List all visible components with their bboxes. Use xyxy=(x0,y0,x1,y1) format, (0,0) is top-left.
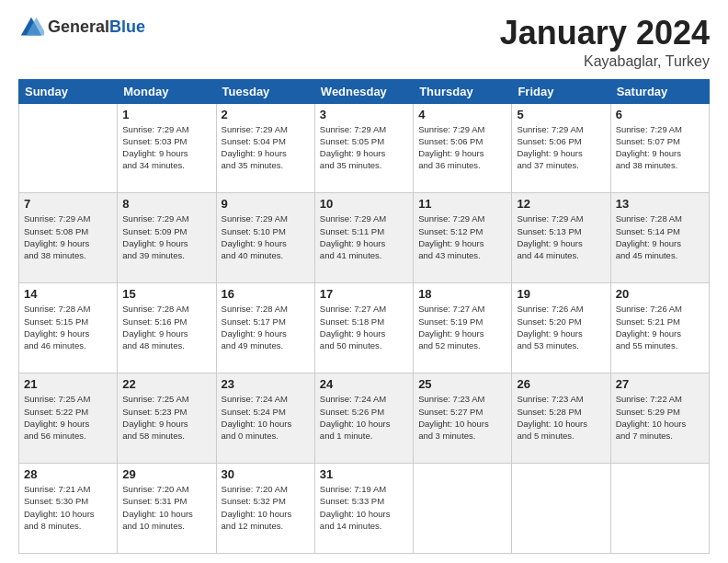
day-info: Sunrise: 7:29 AMSunset: 5:06 PMDaylight:… xyxy=(418,123,506,172)
calendar-cell: 30Sunrise: 7:20 AMSunset: 5:32 PMDayligh… xyxy=(216,464,314,554)
calendar-cell: 1Sunrise: 7:29 AMSunset: 5:03 PMDaylight… xyxy=(118,103,216,193)
day-info: Sunrise: 7:29 AMSunset: 5:03 PMDaylight:… xyxy=(122,123,210,172)
calendar-cell: 7Sunrise: 7:29 AMSunset: 5:08 PMDaylight… xyxy=(19,193,118,283)
calendar-cell: 21Sunrise: 7:25 AMSunset: 5:22 PMDayligh… xyxy=(19,373,118,464)
day-info: Sunrise: 7:21 AMSunset: 5:30 PMDaylight:… xyxy=(24,483,112,532)
calendar-cell: 6Sunrise: 7:29 AMSunset: 5:07 PMDaylight… xyxy=(610,103,709,193)
weekday-header-wednesday: Wednesday xyxy=(314,79,413,103)
day-info: Sunrise: 7:22 AMSunset: 5:29 PMDaylight:… xyxy=(616,393,704,442)
calendar-cell: 19Sunrise: 7:26 AMSunset: 5:20 PMDayligh… xyxy=(512,283,610,373)
day-number: 24 xyxy=(320,377,408,391)
calendar-table: SundayMondayTuesdayWednesdayThursdayFrid… xyxy=(18,79,710,554)
calendar-cell: 29Sunrise: 7:20 AMSunset: 5:31 PMDayligh… xyxy=(118,464,216,554)
calendar-week-row: 7Sunrise: 7:29 AMSunset: 5:08 PMDaylight… xyxy=(19,193,710,283)
day-info: Sunrise: 7:28 AMSunset: 5:17 PMDaylight:… xyxy=(222,303,310,351)
calendar-cell: 11Sunrise: 7:29 AMSunset: 5:12 PMDayligh… xyxy=(414,193,512,283)
weekday-header-row: SundayMondayTuesdayWednesdayThursdayFrid… xyxy=(19,79,710,103)
day-info: Sunrise: 7:29 AMSunset: 5:13 PMDaylight:… xyxy=(517,213,605,261)
weekday-header-sunday: Sunday xyxy=(19,79,118,103)
day-info: Sunrise: 7:29 AMSunset: 5:10 PMDaylight:… xyxy=(222,213,310,261)
day-number: 5 xyxy=(517,108,605,121)
day-info: Sunrise: 7:29 AMSunset: 5:11 PMDaylight:… xyxy=(320,213,408,261)
day-number: 26 xyxy=(517,377,605,391)
calendar-cell: 24Sunrise: 7:24 AMSunset: 5:26 PMDayligh… xyxy=(314,373,413,464)
calendar-cell: 13Sunrise: 7:28 AMSunset: 5:14 PMDayligh… xyxy=(610,193,709,283)
calendar-cell: 12Sunrise: 7:29 AMSunset: 5:13 PMDayligh… xyxy=(512,193,610,283)
day-info: Sunrise: 7:29 AMSunset: 5:05 PMDaylight:… xyxy=(320,123,408,172)
day-number: 2 xyxy=(222,108,310,121)
month-title: January 2024 xyxy=(500,15,710,52)
day-info: Sunrise: 7:27 AMSunset: 5:19 PMDaylight:… xyxy=(418,303,506,351)
calendar-cell: 17Sunrise: 7:27 AMSunset: 5:18 PMDayligh… xyxy=(314,283,413,373)
calendar-cell: 23Sunrise: 7:24 AMSunset: 5:24 PMDayligh… xyxy=(216,373,314,464)
weekday-header-monday: Monday xyxy=(118,79,216,103)
day-number: 31 xyxy=(320,467,408,481)
day-info: Sunrise: 7:28 AMSunset: 5:15 PMDaylight:… xyxy=(24,303,112,351)
logo-general-text: GeneralBlue xyxy=(48,18,145,37)
day-info: Sunrise: 7:29 AMSunset: 5:12 PMDaylight:… xyxy=(418,213,506,261)
weekday-header-thursday: Thursday xyxy=(414,79,512,103)
day-number: 12 xyxy=(517,197,605,211)
calendar-week-row: 14Sunrise: 7:28 AMSunset: 5:15 PMDayligh… xyxy=(19,283,710,373)
day-info: Sunrise: 7:26 AMSunset: 5:20 PMDaylight:… xyxy=(517,303,605,351)
day-number: 3 xyxy=(320,108,408,121)
weekday-header-tuesday: Tuesday xyxy=(216,79,314,103)
calendar-cell: 15Sunrise: 7:28 AMSunset: 5:16 PMDayligh… xyxy=(118,283,216,373)
day-number: 16 xyxy=(222,287,310,301)
day-info: Sunrise: 7:20 AMSunset: 5:31 PMDaylight:… xyxy=(122,483,210,532)
calendar-cell: 28Sunrise: 7:21 AMSunset: 5:30 PMDayligh… xyxy=(19,464,118,554)
calendar-week-row: 21Sunrise: 7:25 AMSunset: 5:22 PMDayligh… xyxy=(19,373,710,464)
day-info: Sunrise: 7:29 AMSunset: 5:07 PMDaylight:… xyxy=(616,123,704,172)
calendar-cell: 4Sunrise: 7:29 AMSunset: 5:06 PMDaylight… xyxy=(414,103,512,193)
day-info: Sunrise: 7:29 AMSunset: 5:04 PMDaylight:… xyxy=(222,123,310,172)
calendar-cell: 31Sunrise: 7:19 AMSunset: 5:33 PMDayligh… xyxy=(314,464,413,554)
location-subtitle: Kayabaglar, Turkey xyxy=(500,53,710,70)
day-info: Sunrise: 7:27 AMSunset: 5:18 PMDaylight:… xyxy=(320,303,408,351)
day-number: 22 xyxy=(122,377,210,391)
day-info: Sunrise: 7:26 AMSunset: 5:21 PMDaylight:… xyxy=(616,303,704,351)
day-number: 15 xyxy=(122,287,210,301)
day-number: 8 xyxy=(122,197,210,211)
day-info: Sunrise: 7:28 AMSunset: 5:14 PMDaylight:… xyxy=(616,213,704,261)
title-section: January 2024 Kayabaglar, Turkey xyxy=(500,15,710,70)
calendar-week-row: 1Sunrise: 7:29 AMSunset: 5:03 PMDaylight… xyxy=(19,103,710,193)
header: GeneralBlue January 2024 Kayabaglar, Tur… xyxy=(18,15,710,70)
day-info: Sunrise: 7:23 AMSunset: 5:28 PMDaylight:… xyxy=(517,393,605,442)
day-number: 18 xyxy=(418,287,506,301)
day-number: 19 xyxy=(517,287,605,301)
weekday-header-saturday: Saturday xyxy=(610,79,709,103)
day-number: 11 xyxy=(418,197,506,211)
day-number: 21 xyxy=(24,377,112,391)
day-number: 4 xyxy=(418,108,506,121)
day-info: Sunrise: 7:29 AMSunset: 5:09 PMDaylight:… xyxy=(122,213,210,261)
calendar-cell: 26Sunrise: 7:23 AMSunset: 5:28 PMDayligh… xyxy=(512,373,610,464)
day-number: 25 xyxy=(418,377,506,391)
day-number: 30 xyxy=(222,467,310,481)
calendar-cell: 10Sunrise: 7:29 AMSunset: 5:11 PMDayligh… xyxy=(314,193,413,283)
day-info: Sunrise: 7:24 AMSunset: 5:26 PMDaylight:… xyxy=(320,393,408,442)
day-number: 28 xyxy=(24,467,112,481)
day-info: Sunrise: 7:19 AMSunset: 5:33 PMDaylight:… xyxy=(320,483,408,532)
calendar-cell: 20Sunrise: 7:26 AMSunset: 5:21 PMDayligh… xyxy=(610,283,709,373)
day-info: Sunrise: 7:29 AMSunset: 5:06 PMDaylight:… xyxy=(517,123,605,172)
day-number: 7 xyxy=(24,197,112,211)
logo-icon xyxy=(18,15,44,40)
calendar-cell: 8Sunrise: 7:29 AMSunset: 5:09 PMDaylight… xyxy=(118,193,216,283)
day-number: 1 xyxy=(122,108,210,121)
calendar-cell xyxy=(610,464,709,554)
logo: GeneralBlue xyxy=(18,15,145,40)
day-number: 13 xyxy=(616,197,704,211)
calendar-cell xyxy=(414,464,512,554)
calendar-cell: 25Sunrise: 7:23 AMSunset: 5:27 PMDayligh… xyxy=(414,373,512,464)
day-info: Sunrise: 7:25 AMSunset: 5:23 PMDaylight:… xyxy=(122,393,210,442)
day-number: 9 xyxy=(222,197,310,211)
day-info: Sunrise: 7:23 AMSunset: 5:27 PMDaylight:… xyxy=(418,393,506,442)
day-number: 14 xyxy=(24,287,112,301)
calendar-cell xyxy=(512,464,610,554)
calendar-cell: 3Sunrise: 7:29 AMSunset: 5:05 PMDaylight… xyxy=(314,103,413,193)
day-number: 27 xyxy=(616,377,704,391)
calendar-cell: 16Sunrise: 7:28 AMSunset: 5:17 PMDayligh… xyxy=(216,283,314,373)
calendar-cell: 9Sunrise: 7:29 AMSunset: 5:10 PMDaylight… xyxy=(216,193,314,283)
day-number: 10 xyxy=(320,197,408,211)
calendar-cell: 2Sunrise: 7:29 AMSunset: 5:04 PMDaylight… xyxy=(216,103,314,193)
